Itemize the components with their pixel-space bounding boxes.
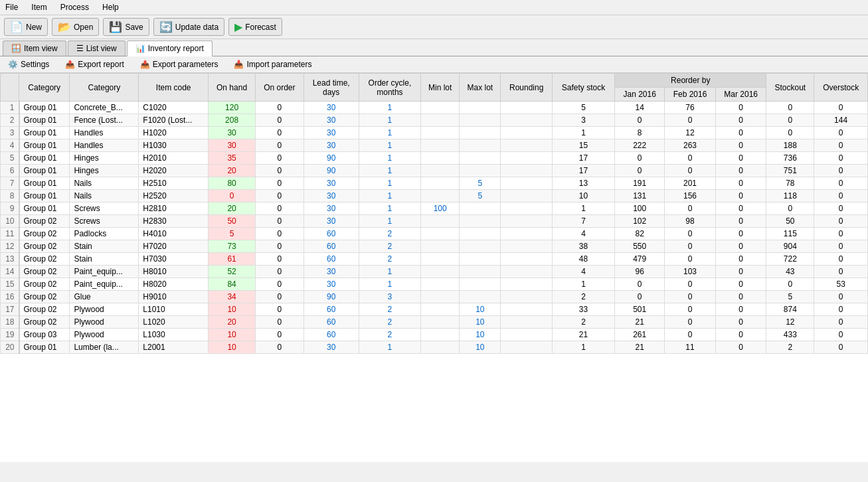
col-header-min-lot: Min lot (421, 74, 460, 102)
cell-code: F1020 (Lost... (139, 114, 209, 127)
action-bar: ⚙️ Settings 📤 Export report 📤 Export par… (0, 56, 868, 73)
cell-on-order: 0 (256, 165, 304, 177)
cell-mar: 0 (715, 316, 766, 329)
table-row[interactable]: 18 Group 02 Plywood L1020 20 0 60 2 10 2… (1, 316, 868, 329)
cell-order-cycle: 1 (359, 114, 420, 127)
cell-jan: 191 (615, 177, 665, 190)
update-icon: 🔄 (159, 21, 173, 33)
open-icon: 📂 (58, 21, 71, 33)
table-row[interactable]: 7 Group 01 Nails H2510 80 0 30 1 5 13 19… (1, 177, 868, 190)
cell-safety-stock: 1 (552, 278, 614, 291)
cell-row-num: 4 (1, 139, 19, 152)
cell-stockout: 188 (766, 139, 814, 152)
cell-rounding (501, 253, 552, 266)
table-row[interactable]: 12 Group 02 Stain H7020 73 0 60 2 38 550… (1, 240, 868, 253)
cell-row-num: 18 (1, 316, 19, 329)
cell-min-lot (421, 215, 460, 228)
col-header-lead-time: Lead time,days (304, 74, 359, 102)
cell-max-lot (460, 291, 501, 303)
cell-stockout: 2 (766, 341, 814, 354)
tab-item-view[interactable]: 🪟 Item view (3, 40, 66, 56)
menu-item[interactable]: Item (29, 1, 49, 13)
tab-list-view[interactable]: ☰ List view (68, 40, 126, 56)
col-header-max-lot: Max lot (460, 74, 501, 102)
table-container[interactable]: Category Category Item code On hand On o… (0, 73, 868, 462)
cell-jan: 222 (615, 139, 665, 152)
cell-min-lot (421, 329, 460, 341)
cell-max-lot (460, 114, 501, 127)
table-row[interactable]: 6 Group 01 Hinges H2020 20 0 90 1 17 0 0… (1, 165, 868, 177)
table-row[interactable]: 10 Group 02 Screws H2830 50 0 30 1 7 102… (1, 215, 868, 228)
cell-stockout: 43 (766, 266, 814, 278)
cell-lead-time: 90 (304, 165, 359, 177)
cell-on-hand: 52 (209, 266, 256, 278)
table-row[interactable]: 2 Group 01 Fence (Lost... F1020 (Lost...… (1, 114, 868, 127)
export-report-button[interactable]: 📤 Export report (61, 58, 128, 70)
cell-code: H7030 (139, 253, 209, 266)
cell-jan: 0 (615, 291, 665, 303)
cell-mar: 0 (715, 127, 766, 139)
export-params-button[interactable]: 📤 Export parameters (136, 58, 222, 70)
cell-feb: 263 (665, 139, 716, 152)
table-row[interactable]: 5 Group 01 Hinges H2010 35 0 90 1 17 0 0… (1, 152, 868, 165)
table-row[interactable]: 16 Group 02 Glue H9010 34 0 90 3 2 0 0 0… (1, 291, 868, 303)
table-row[interactable]: 14 Group 02 Paint_equip... H8010 52 0 30… (1, 266, 868, 278)
cell-mar: 0 (715, 139, 766, 152)
table-row[interactable]: 15 Group 02 Paint_equip... H8020 84 0 30… (1, 278, 868, 291)
cell-code: H8020 (139, 278, 209, 291)
tab-bar: 🪟 Item view ☰ List view 📊 Inventory repo… (0, 39, 868, 56)
settings-button[interactable]: ⚙️ Settings (4, 58, 53, 70)
table-row[interactable]: 3 Group 01 Handles H1020 30 0 30 1 1 8 1… (1, 127, 868, 139)
tab-list-view-label: List view (86, 44, 117, 53)
table-row[interactable]: 1 Group 01 Concrete_B... C1020 120 0 30 … (1, 102, 868, 114)
menu-help[interactable]: Help (100, 1, 122, 13)
table-row[interactable]: 11 Group 02 Padlocks H4010 5 0 60 2 4 82… (1, 228, 868, 240)
cell-rounding (501, 215, 552, 228)
save-icon: 💾 (109, 21, 122, 33)
table-row[interactable]: 4 Group 01 Handles H1030 30 0 30 1 15 22… (1, 139, 868, 152)
cell-min-lot (421, 152, 460, 165)
tab-inventory-report[interactable]: 📊 Inventory report (127, 40, 213, 56)
cell-on-order: 0 (256, 114, 304, 127)
cell-overstock: 53 (814, 278, 868, 291)
forecast-button[interactable]: ▶ Forecast (228, 18, 282, 36)
cell-stockout: 0 (766, 278, 814, 291)
cell-order-cycle: 1 (359, 215, 420, 228)
cell-overstock: 0 (814, 102, 868, 114)
table-row[interactable]: 13 Group 02 Stain H7030 61 0 60 2 48 479… (1, 253, 868, 266)
cell-rounding (501, 240, 552, 253)
cell-max-lot (460, 102, 501, 114)
save-button[interactable]: 💾 Save (103, 18, 149, 36)
cell-cat2: Glue (70, 291, 139, 303)
cell-code: H9010 (139, 291, 209, 303)
col-header-on-order: On order (256, 74, 304, 102)
cell-cat2: Hinges (70, 165, 139, 177)
cell-safety-stock: 17 (552, 152, 614, 165)
menu-process[interactable]: Process (58, 1, 92, 13)
export-params-icon: 📤 (140, 60, 150, 69)
table-row[interactable]: 17 Group 02 Plywood L1010 10 0 60 2 10 3… (1, 303, 868, 316)
table-row[interactable]: 20 Group 01 Lumber (la... L2001 10 0 30 … (1, 341, 868, 354)
table-row[interactable]: 19 Group 03 Plywood L1030 10 0 60 2 10 2… (1, 329, 868, 341)
cell-lead-time: 30 (304, 114, 359, 127)
import-params-button[interactable]: 📥 Import parameters (230, 58, 315, 70)
cell-mar: 0 (715, 266, 766, 278)
forecast-icon: ▶ (234, 21, 242, 33)
cell-max-lot: 5 (460, 177, 501, 190)
cell-order-cycle: 1 (359, 127, 420, 139)
menu-file[interactable]: File (3, 1, 21, 13)
cell-cat2: Nails (70, 190, 139, 202)
cell-on-order: 0 (256, 228, 304, 240)
cell-code: H2020 (139, 165, 209, 177)
cell-feb: 0 (665, 278, 716, 291)
new-button[interactable]: 📄 New (4, 18, 48, 36)
cell-min-lot (421, 127, 460, 139)
cell-cat1: Group 01 (19, 165, 70, 177)
update-button[interactable]: 🔄 Update data (153, 18, 224, 36)
export-report-icon: 📤 (65, 60, 75, 69)
table-row[interactable]: 8 Group 01 Nails H2520 0 0 30 1 5 10 131… (1, 190, 868, 202)
open-button[interactable]: 📂 Open (52, 18, 99, 36)
new-label: New (26, 23, 42, 32)
table-row[interactable]: 9 Group 01 Screws H2810 20 0 30 1 100 1 … (1, 202, 868, 215)
cell-max-lot (460, 266, 501, 278)
